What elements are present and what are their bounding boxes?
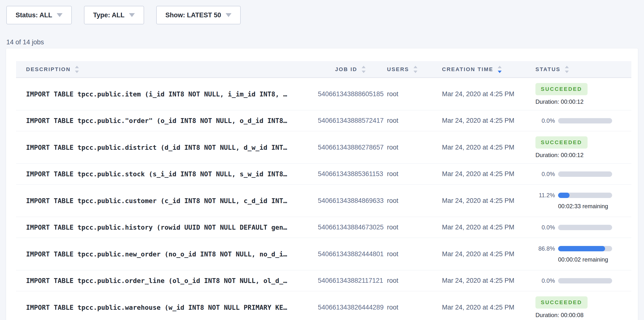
progress-row: 11.2% xyxy=(536,192,631,199)
table-body: IMPORT TABLE tpcc.public.item (i_id INT8… xyxy=(16,78,631,320)
sort-icon[interactable] xyxy=(362,66,366,73)
creation-time-cell: Mar 24, 2020 at 4:25 PM xyxy=(422,117,516,124)
sort-icon[interactable] xyxy=(75,66,79,73)
table-row: IMPORT TABLE tpcc.public.stock (s_i_id I… xyxy=(16,164,631,185)
creation-time-cell: Mar 24, 2020 at 4:25 PM xyxy=(422,144,516,151)
table-row: IMPORT TABLE tpcc.public.item (i_id INT8… xyxy=(16,78,631,110)
creation-time-cell: Mar 24, 2020 at 4:25 PM xyxy=(422,304,516,311)
chevron-down-icon xyxy=(129,13,135,17)
users-cell: root xyxy=(366,90,422,98)
jobs-count: 14 of 14 jobs xyxy=(6,39,44,46)
job-id-cell: 540661343886278657 xyxy=(318,144,366,151)
job-id-cell: 540661343884673025 xyxy=(318,224,366,231)
users-cell: root xyxy=(366,170,422,178)
description-cell: IMPORT TABLE tpcc.public.customer (c_id … xyxy=(16,197,318,205)
job-id-cell: 540661343882117121 xyxy=(318,277,366,284)
description-cell: IMPORT TABLE tpcc.public.item (i_id INT8… xyxy=(16,90,318,98)
users-cell: root xyxy=(366,224,422,231)
progress-row: 0.0% xyxy=(536,277,631,284)
sort-icon[interactable] xyxy=(565,66,569,73)
table-row: IMPORT TABLE tpcc.public.district (d_id … xyxy=(16,131,631,164)
sort-icon[interactable] xyxy=(498,66,502,73)
creation-time-cell: Mar 24, 2020 at 4:25 PM xyxy=(422,197,516,205)
table-row: IMPORT TABLE tpcc.public.warehouse (w_id… xyxy=(16,291,631,320)
progress-row: 0.0% xyxy=(536,171,631,178)
progress-percent: 0.0% xyxy=(536,117,555,124)
table-header-row: DESCRIPTION JOB ID USERS CREATION TIME S… xyxy=(16,61,631,78)
progress-bar xyxy=(558,278,612,283)
job-id-cell: 540661343882444801 xyxy=(318,250,366,258)
creation-time-cell: Mar 24, 2020 at 4:25 PM xyxy=(422,224,516,231)
sort-icon[interactable] xyxy=(414,66,418,73)
progress-percent: 0.0% xyxy=(536,277,555,284)
description-cell: IMPORT TABLE tpcc.public.history (rowid … xyxy=(16,224,318,231)
description-cell: IMPORT TABLE tpcc.public.new_order (no_o… xyxy=(16,250,318,258)
status-badge: SUCCEEDED xyxy=(536,83,588,95)
description-cell: IMPORT TABLE tpcc.public.order_line (ol_… xyxy=(16,277,318,284)
users-cell: root xyxy=(366,250,422,258)
progress-percent: 0.0% xyxy=(536,171,555,178)
table-row: IMPORT TABLE tpcc.public.history (rowid … xyxy=(16,217,631,238)
users-cell: root xyxy=(366,277,422,284)
progress-percent: 0.0% xyxy=(536,224,555,231)
description-cell: IMPORT TABLE tpcc.public.stock (s_i_id I… xyxy=(16,170,318,178)
progress-row: 0.0% xyxy=(536,117,631,124)
users-cell: root xyxy=(366,304,422,311)
description-cell: IMPORT TABLE tpcc.public.warehouse (w_id… xyxy=(16,304,318,311)
table-row: IMPORT TABLE tpcc.public."order" (o_id I… xyxy=(16,110,631,131)
users-cell: root xyxy=(366,144,422,151)
duration-text: Duration: 00:00:12 xyxy=(536,98,631,105)
jobs-card: DESCRIPTION JOB ID USERS CREATION TIME S… xyxy=(6,49,638,320)
users-cell: root xyxy=(366,117,422,124)
status-cell: 0.0% xyxy=(516,277,631,284)
status-cell: 0.0% xyxy=(516,117,631,124)
show-filter-dropdown[interactable]: Show: LATEST 50 xyxy=(156,6,241,24)
table-row: IMPORT TABLE tpcc.public.new_order (no_o… xyxy=(16,238,631,270)
progress-bar xyxy=(558,246,612,251)
creation-time-cell: Mar 24, 2020 at 4:25 PM xyxy=(422,90,516,98)
progress-row: 0.0% xyxy=(536,224,631,231)
job-id-cell: 540661343888572417 xyxy=(318,117,366,124)
status-badge: SUCCEEDED xyxy=(536,296,588,308)
job-id-cell: 540661343826444289 xyxy=(318,304,366,311)
progress-percent: 11.2% xyxy=(536,192,555,199)
status-cell: 0.0% xyxy=(516,171,631,178)
status-badge: SUCCEEDED xyxy=(536,136,588,149)
column-header-users[interactable]: USERS xyxy=(366,66,422,73)
chevron-down-icon xyxy=(226,13,232,17)
creation-time-cell: Mar 24, 2020 at 4:25 PM xyxy=(422,250,516,258)
status-cell: 86.8%00:00:02 remaining xyxy=(516,245,631,263)
progress-percent: 86.8% xyxy=(536,245,555,252)
status-cell: SUCCEEDEDDuration: 00:00:12 xyxy=(516,83,631,105)
progress-bar xyxy=(558,171,612,177)
show-filter-label: Show: LATEST 50 xyxy=(166,12,221,19)
status-cell: SUCCEEDEDDuration: 00:00:08 xyxy=(516,296,631,318)
progress-bar xyxy=(558,193,612,198)
remaining-text: 00:02:33 remaining xyxy=(558,203,631,210)
jobs-filter-bar: Status: ALL Type: ALL Show: LATEST 50 xyxy=(6,6,241,24)
progress-bar-fill xyxy=(558,193,570,198)
progress-bar-fill xyxy=(558,246,605,251)
chevron-down-icon xyxy=(57,13,62,17)
progress-bar xyxy=(558,118,612,123)
remaining-text: 00:00:02 remaining xyxy=(558,256,631,263)
description-cell: IMPORT TABLE tpcc.public.district (d_id … xyxy=(16,144,318,151)
creation-time-cell: Mar 24, 2020 at 4:25 PM xyxy=(422,170,516,178)
column-header-status[interactable]: STATUS xyxy=(516,66,631,73)
column-header-description[interactable]: DESCRIPTION xyxy=(16,66,318,73)
type-filter-dropdown[interactable]: Type: ALL xyxy=(84,6,144,24)
status-cell: 0.0% xyxy=(516,224,631,231)
status-cell: 11.2%00:02:33 remaining xyxy=(516,192,631,210)
table-row: IMPORT TABLE tpcc.public.order_line (ol_… xyxy=(16,270,631,291)
status-cell: SUCCEEDEDDuration: 00:00:12 xyxy=(516,136,631,159)
progress-bar xyxy=(558,225,612,230)
status-filter-dropdown[interactable]: Status: ALL xyxy=(6,6,72,24)
description-cell: IMPORT TABLE tpcc.public."order" (o_id I… xyxy=(16,117,318,124)
status-filter-label: Status: ALL xyxy=(16,12,52,19)
table-row: IMPORT TABLE tpcc.public.customer (c_id … xyxy=(16,185,631,217)
column-header-job-id[interactable]: JOB ID xyxy=(318,66,366,73)
duration-text: Duration: 00:00:12 xyxy=(536,152,631,159)
job-id-cell: 540661343888605185 xyxy=(318,90,366,98)
column-header-creation-time[interactable]: CREATION TIME xyxy=(422,66,516,73)
progress-row: 86.8% xyxy=(536,245,631,252)
